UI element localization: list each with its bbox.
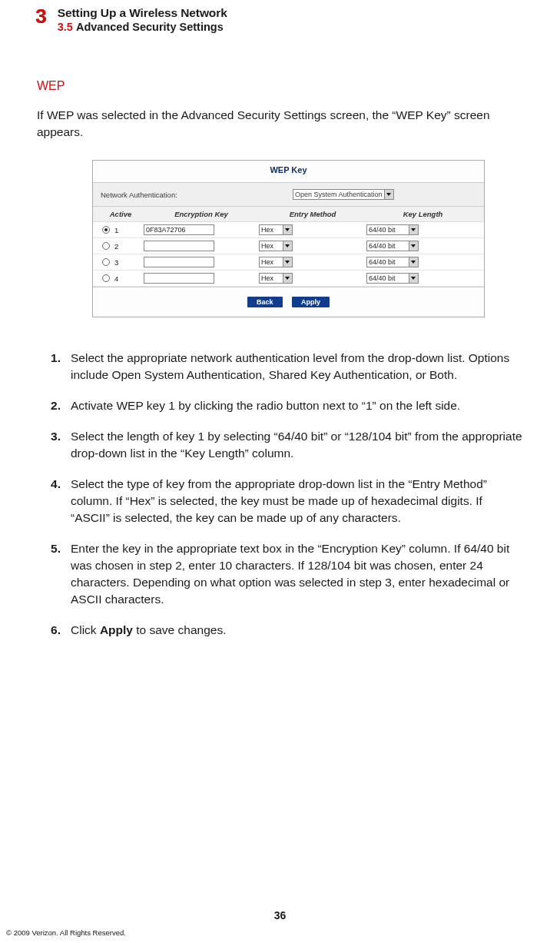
encryption-key-input-1[interactable]: 0F83A72706 xyxy=(144,224,214,235)
encryption-key-input-3[interactable] xyxy=(144,257,214,267)
section-line: 3.5Advanced Security Settings xyxy=(58,21,227,33)
col-active: Active xyxy=(98,210,144,218)
encryption-key-input-2[interactable] xyxy=(144,241,214,251)
chevron-down-icon xyxy=(285,244,290,247)
key-length-select-1[interactable]: 64/40 bit xyxy=(366,224,419,235)
section-title: Advanced Security Settings xyxy=(76,21,224,33)
step-item: Select the appropriate network authentic… xyxy=(51,350,523,397)
wep-heading: WEP xyxy=(37,79,523,93)
panel-title: WEP Key xyxy=(93,161,484,183)
chevron-down-icon xyxy=(411,261,416,264)
entry-method-select-2[interactable]: Hex xyxy=(259,241,293,251)
radio-key-1[interactable] xyxy=(102,226,110,234)
col-key: Encryption Key xyxy=(144,210,259,218)
key-length-select-2[interactable]: 64/40 bit xyxy=(366,241,419,251)
wep-key-panel: WEP Key Network Authentication: Open Sys… xyxy=(92,160,485,317)
step6-prefix: Click xyxy=(71,623,100,636)
intro-paragraph: If WEP was selected in the Advanced Secu… xyxy=(37,107,523,140)
step-item: Click Apply to save changes. xyxy=(51,622,523,652)
key-length-select-4[interactable]: 64/40 bit xyxy=(366,273,419,284)
col-length: Key Length xyxy=(366,210,479,218)
steps-list: Select the appropriate network authentic… xyxy=(51,350,523,652)
wep-table: Active Encryption Key Entry Method Key L… xyxy=(93,207,484,287)
chapter-title: Setting Up a Wireless Network xyxy=(58,6,227,20)
step-item: Enter the key in the appropriate text bo… xyxy=(51,540,523,622)
entry-method-select-3[interactable]: Hex xyxy=(259,257,293,267)
copyright: © 2009 Verizon. All Rights Reserved. xyxy=(6,928,126,937)
page-number: 36 xyxy=(0,909,560,921)
row-number: 4 xyxy=(114,274,118,283)
chevron-down-icon xyxy=(285,277,290,280)
auth-label: Network Authentication: xyxy=(101,191,293,199)
row-number: 2 xyxy=(114,242,118,251)
table-row: 1 0F83A72706 Hex 64/40 bit xyxy=(93,222,484,238)
table-header: Active Encryption Key Entry Method Key L… xyxy=(93,207,484,222)
table-row: 3 Hex 64/40 bit xyxy=(93,254,484,271)
back-button[interactable]: Back xyxy=(247,297,283,307)
radio-key-2[interactable] xyxy=(102,242,110,250)
step-item: Select the type of key from the appropri… xyxy=(51,476,523,540)
button-row: Back Apply xyxy=(93,287,484,317)
chevron-down-icon xyxy=(386,193,391,196)
step6-suffix: to save changes. xyxy=(133,623,227,636)
row-number: 3 xyxy=(114,258,118,267)
row-number: 1 xyxy=(114,226,118,234)
chapter-number: 3 xyxy=(35,6,46,26)
entry-method-select-4[interactable]: Hex xyxy=(259,273,293,284)
encryption-key-input-4[interactable] xyxy=(144,273,214,284)
step6-apply: Apply xyxy=(100,623,133,636)
section-number: 3.5 xyxy=(58,21,73,33)
auth-row: Network Authentication: Open System Auth… xyxy=(93,183,484,207)
table-row: 2 Hex 64/40 bit xyxy=(93,238,484,254)
chevron-down-icon xyxy=(411,277,416,280)
chevron-down-icon xyxy=(411,244,416,247)
chevron-down-icon xyxy=(285,228,290,231)
step-item: Select the length of key 1 by selecting … xyxy=(51,428,523,476)
chevron-down-icon xyxy=(411,228,416,231)
auth-select[interactable]: Open System Authentication xyxy=(293,189,394,200)
radio-key-4[interactable] xyxy=(102,274,110,282)
table-row: 4 Hex 64/40 bit xyxy=(93,271,484,287)
col-method: Entry Method xyxy=(259,210,366,218)
key-length-select-3[interactable]: 64/40 bit xyxy=(366,257,419,267)
entry-method-select-1[interactable]: Hex xyxy=(259,224,293,235)
chevron-down-icon xyxy=(285,261,290,264)
radio-key-3[interactable] xyxy=(102,258,110,266)
page-header: 3 Setting Up a Wireless Network 3.5Advan… xyxy=(0,0,560,33)
step-item: Activate WEP key 1 by clicking the radio… xyxy=(51,397,523,428)
auth-select-value: Open System Authentication xyxy=(295,191,383,198)
apply-button[interactable]: Apply xyxy=(292,297,330,307)
